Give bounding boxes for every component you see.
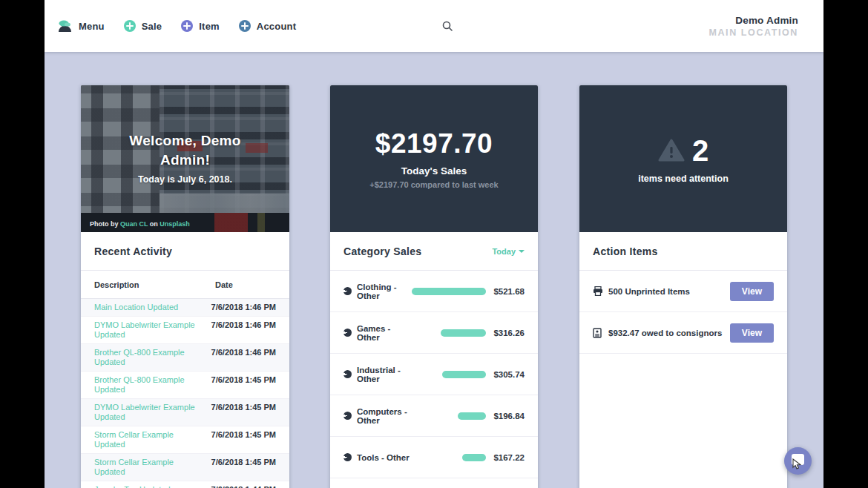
photo-author-link[interactable]: Quan CL [120, 220, 148, 228]
action-item-text: 500 Unprinted Items [608, 287, 730, 296]
action-items-header: Action Items [579, 232, 787, 271]
activity-row: Storm Cellar Example Updated7/6/2018 1:4… [81, 454, 289, 481]
activity-description-link[interactable]: DYMO Labelwriter Example Updated [94, 403, 211, 422]
invoice-icon [593, 328, 603, 338]
activity-date: 7/6/2018 1:46 PM [211, 320, 276, 340]
app-viewport: Menu Sale Item [45, 0, 823, 488]
user-location: MAIN LOCATION [708, 27, 798, 38]
chat-bubble-icon [792, 454, 804, 465]
pie-chart-icon [343, 370, 352, 378]
action-card: 2 items need attention Action Items 500 … [579, 85, 787, 488]
activity-row: DYMO Labelwriter Example Updated7/6/2018… [81, 399, 289, 426]
nav-new-account-button[interactable]: Account [239, 20, 296, 32]
screen: Menu Sale Item [0, 0, 868, 488]
category-row: Clothing - Other$521.68 [330, 271, 538, 312]
period-label: Today [492, 247, 516, 256]
welcome-message: Welcome, Demo Admin! Today is July 6, 20… [81, 131, 289, 185]
nav-menu-label: Menu [79, 21, 105, 32]
category-name: Industrial - Other [357, 366, 412, 383]
sales-comparison: +$2197.70 compared to last week [369, 180, 498, 189]
category-amount: $521.68 [486, 287, 525, 296]
pie-chart-icon [343, 287, 352, 295]
chat-widget-button[interactable] [784, 447, 812, 475]
view-button[interactable]: View [730, 323, 774, 343]
activity-description-link[interactable]: Brother QL-800 Example Updated [94, 348, 211, 367]
caret-down-icon [519, 250, 525, 253]
nav-new-item-button[interactable]: Item [181, 20, 220, 32]
category-amount: $316.26 [486, 329, 525, 337]
attention-count: 2 [692, 134, 708, 168]
activity-description-link[interactable]: Storm Cellar Example Updated [94, 458, 211, 477]
category-name: Tools - Other [357, 453, 412, 462]
todays-sales-amount: $2197.70 [375, 128, 493, 159]
category-bar-fill [441, 329, 486, 337]
action-item-text: $932.47 owed to consignors [608, 329, 730, 337]
view-button[interactable]: View [730, 282, 774, 301]
category-bar-fill [412, 288, 486, 295]
category-name: Clothing - Other [357, 283, 412, 300]
category-sales-header: Category Sales Today [330, 232, 538, 271]
category-amount: $196.84 [486, 412, 525, 421]
welcome-title-line1: Welcome, Demo [81, 131, 289, 151]
category-sales-list: Clothing - Other$521.68Games - Other$316… [330, 271, 538, 488]
column-date: Date [215, 280, 233, 289]
category-name: Computers - Other [357, 407, 412, 425]
category-bar-fill [442, 371, 486, 378]
user-name: Demo Admin [708, 15, 798, 26]
activity-row: DYMO Labelwriter Example Updated7/6/2018… [81, 317, 289, 344]
activity-date: 7/6/2018 1:46 PM [211, 348, 276, 367]
activity-description-link[interactable]: Main Location Updated [94, 303, 211, 312]
action-items-list: 500 Unprinted ItemsView$932.47 owed to c… [579, 271, 787, 354]
activity-date: 7/6/2018 1:45 PM [211, 403, 276, 422]
nav-menu-button[interactable]: Menu [56, 19, 105, 33]
activity-row: Brother QL-800 Example Updated7/6/2018 1… [81, 372, 289, 399]
unsplash-link[interactable]: Unsplash [160, 220, 190, 228]
nav-new-sale-button[interactable]: Sale [124, 20, 162, 32]
nav-left: Menu Sale Item [56, 0, 296, 52]
category-row: Games - Other$316.26 [330, 312, 538, 354]
plus-icon [239, 20, 251, 32]
warning-triangle-icon [658, 139, 685, 162]
category-row: Tools - Other$167.22 [330, 437, 538, 478]
action-item-row: 500 Unprinted ItemsView [579, 271, 787, 312]
category-bar-track [412, 371, 486, 378]
sales-card: $2197.70 Today's Sales +$2197.70 compare… [330, 85, 538, 488]
search-button[interactable] [438, 16, 457, 36]
activity-row: Main Location Updated7/6/2018 1:46 PM [81, 299, 289, 317]
activity-table-header: Description Date [81, 271, 289, 299]
nav-account-label: Account [257, 21, 296, 32]
activity-date: 7/6/2018 1:45 PM [211, 458, 276, 477]
plus-icon [124, 20, 136, 32]
photo-credit: Photo by Quan CL on Unsplash [90, 220, 190, 228]
printer-icon [593, 286, 603, 297]
nav-sale-label: Sale [142, 21, 162, 32]
category-bar-fill [458, 412, 486, 420]
action-item-row: $932.47 owed to consignorsView [579, 312, 787, 354]
activity-description-link[interactable]: Brother QL-800 Example Updated [94, 375, 211, 395]
category-row-partial: $ [330, 478, 538, 488]
app-logo-icon [56, 19, 73, 33]
plus-icon [181, 20, 193, 32]
attention-header: 2 items need attention [579, 85, 787, 232]
welcome-date: Today is July 6, 2018. [81, 174, 289, 185]
pie-chart-icon [343, 329, 352, 337]
category-amount: $167.22 [486, 453, 525, 462]
activity-description-link[interactable]: Jewelry Tag Updated [94, 485, 211, 488]
user-menu[interactable]: Demo Admin MAIN LOCATION [708, 15, 798, 38]
sales-summary-header: $2197.70 Today's Sales +$2197.70 compare… [330, 85, 538, 232]
activity-date: 7/6/2018 1:44 PM [211, 485, 276, 488]
action-items-title: Action Items [593, 245, 658, 257]
category-row: Computers - Other$196.84 [330, 395, 538, 437]
category-bar-track [412, 412, 486, 420]
activity-description-link[interactable]: DYMO Labelwriter Example Updated [94, 320, 211, 340]
category-name: Games - Other [357, 324, 412, 342]
category-amount: $305.74 [486, 370, 525, 379]
activity-description-link[interactable]: Storm Cellar Example Updated [94, 430, 211, 449]
activity-row: Storm Cellar Example Updated7/6/2018 1:4… [81, 426, 289, 454]
top-navbar: Menu Sale Item [45, 0, 823, 52]
category-bar-track [412, 454, 486, 461]
category-sales-period-dropdown[interactable]: Today [492, 247, 525, 256]
activity-table-body: Main Location Updated7/6/2018 1:46 PMDYM… [81, 299, 289, 488]
welcome-title-line2: Admin! [81, 151, 289, 170]
category-bar-track [412, 288, 486, 295]
